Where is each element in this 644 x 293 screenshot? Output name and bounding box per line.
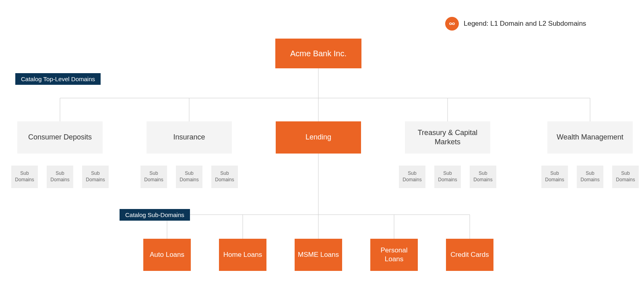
subdomain-placeholder: Sub Domains	[470, 166, 496, 188]
subdomain-credit-cards: Credit Cards	[446, 239, 493, 271]
subdomain-label: Personal Loans	[370, 246, 418, 264]
subdomain-placeholder: Sub Domains	[434, 166, 461, 188]
subdomain-home-loans: Home Loans	[219, 239, 266, 271]
domain-treasury-capital-markets: Treasury & Capital Markets	[405, 121, 490, 154]
subdomain-label: Home Loans	[223, 250, 262, 259]
subdomain-label: Credit Cards	[450, 250, 489, 259]
root-label: Acme Bank Inc.	[290, 49, 347, 58]
domain-label: Insurance	[173, 133, 205, 142]
domain-insurance: Insurance	[147, 121, 232, 154]
tag-sub-domains: Catalog Sub-Domains	[120, 209, 190, 221]
domain-label: Lending	[305, 133, 331, 142]
legend: Legend: L1 Domain and L2 Subdomains	[445, 17, 586, 31]
subdomain-auto-loans: Auto Loans	[143, 239, 191, 271]
domain-label: Consumer Deposits	[28, 133, 92, 142]
subdomain-placeholder: Sub Domains	[47, 166, 73, 188]
subdomain-placeholder: Sub Domains	[399, 166, 425, 188]
subdomain-msme-loans: MSME Loans	[295, 239, 342, 271]
subdomain-placeholder: Sub Domains	[211, 166, 238, 188]
subdomain-placeholder: Sub Domains	[11, 166, 38, 188]
subdomain-label: MSME Loans	[298, 250, 339, 259]
tag-top-domains: Catalog Top-Level Domains	[15, 73, 101, 85]
subdomain-placeholder: Sub Domains	[82, 166, 109, 188]
domain-lending: Lending	[276, 121, 361, 154]
domain-label: Treasury & Capital Markets	[405, 128, 490, 147]
subdomain-placeholder: Sub Domains	[176, 166, 202, 188]
root-node: Acme Bank Inc.	[275, 39, 361, 68]
subdomain-placeholder: Sub Domains	[541, 166, 568, 188]
subdomain-label: Auto Loans	[150, 250, 184, 259]
subdomain-placeholder: Sub Domains	[140, 166, 167, 188]
subdomain-placeholder: Sub Domains	[577, 166, 603, 188]
subdomain-personal-loans: Personal Loans	[370, 239, 418, 271]
domain-consumer-deposits: Consumer Deposits	[17, 121, 103, 154]
domain-wealth-management: Wealth Management	[547, 121, 633, 154]
subdomain-placeholder: Sub Domains	[612, 166, 639, 188]
legend-text: Legend: L1 Domain and L2 Subdomains	[464, 20, 586, 28]
infinity-icon	[445, 17, 459, 31]
org-diagram: Legend: L1 Domain and L2 Subdomains Acme…	[0, 0, 644, 293]
domain-label: Wealth Management	[557, 133, 623, 142]
